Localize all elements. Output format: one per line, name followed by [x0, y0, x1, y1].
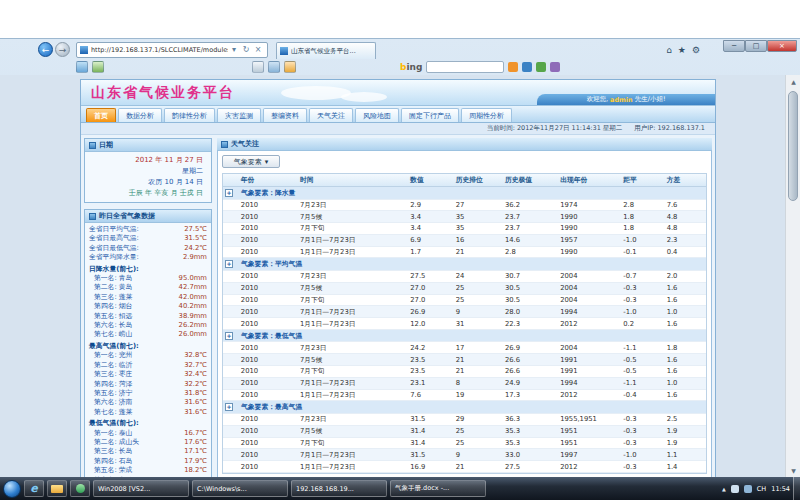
- start-button[interactable]: [3, 480, 21, 498]
- expand-icon[interactable]: +: [225, 403, 233, 411]
- cell: 35: [452, 224, 501, 232]
- ie-taskbar-icon[interactable]: e: [24, 480, 44, 497]
- table-group-header[interactable]: +气象要素：最高气温: [223, 401, 706, 414]
- cell: 2004: [556, 284, 619, 292]
- cell: 2010: [237, 344, 296, 352]
- cell: 27.5: [406, 272, 451, 280]
- table-row[interactable]: 20107月23日27.52430.72004-0.72.0: [223, 271, 706, 283]
- table-row[interactable]: 20107月5候27.02530.52004-0.31.6: [223, 283, 706, 295]
- table-row[interactable]: 20107月5候31.42535.31951-0.31.9: [223, 426, 706, 438]
- taskbar-button-1[interactable]: Win2008 [VS2...: [93, 480, 189, 497]
- cell: 27.0: [406, 284, 451, 292]
- cell: -0.3: [619, 463, 662, 471]
- refresh-icon[interactable]: ↻: [240, 45, 252, 54]
- expand-icon[interactable]: +: [225, 189, 233, 197]
- msn-toolbar-icon-4[interactable]: [550, 62, 560, 72]
- nav-tab-7[interactable]: 风险地图: [355, 108, 399, 122]
- browser-tab[interactable]: 山东省气候业务平台...: [276, 42, 376, 59]
- cell: 2010: [237, 284, 296, 292]
- msn-toolbar-icon-2[interactable]: [522, 62, 532, 72]
- language-indicator[interactable]: CH: [757, 485, 766, 493]
- tray-expand-icon[interactable]: ▲: [722, 486, 726, 492]
- station-value: 18.2℃: [184, 466, 207, 475]
- back-button[interactable]: ←: [38, 42, 53, 57]
- cell: 2004: [556, 296, 619, 304]
- close-button[interactable]: ×: [767, 40, 797, 52]
- minimize-button[interactable]: ─: [723, 40, 745, 52]
- tools-gear-icon[interactable]: ⚙: [692, 45, 700, 55]
- table-row[interactable]: 20107月1日—7月23日31.5933.01997-1.01.1: [223, 449, 706, 461]
- element-selector-button[interactable]: 气象要素 ▾: [222, 155, 280, 168]
- map-icon[interactable]: [92, 61, 104, 73]
- msn-toolbar-icon-1[interactable]: [508, 62, 518, 72]
- table-row[interactable]: 20101月1日—7月23日12.03122.320120.21.6: [223, 318, 706, 330]
- favorites-icon[interactable]: ★: [678, 45, 686, 55]
- nav-tab-1[interactable]: 首页: [86, 108, 116, 122]
- nav-tab-6[interactable]: 天气关注: [309, 108, 353, 122]
- table-row[interactable]: 20101月1日—7月23日1.7212.81990-0.10.4: [223, 247, 706, 259]
- table-row[interactable]: 20107月5候23.52126.61991-0.51.6: [223, 354, 706, 366]
- scrollbar-thumb[interactable]: [788, 91, 798, 201]
- scroll-down-icon[interactable]: ▼: [786, 464, 800, 478]
- calendar-icon: [89, 142, 96, 149]
- table-row[interactable]: 20101月1日—7月23日7.61917.32012-0.41.6: [223, 390, 706, 402]
- taskbar-clock[interactable]: 11:54: [771, 485, 790, 493]
- table-row[interactable]: 20107月下旬27.02530.52004-0.31.6: [223, 295, 706, 307]
- mail-icon[interactable]: [252, 61, 264, 73]
- table-group-header[interactable]: +气象要素：平均气温: [223, 258, 706, 271]
- cell: 2010: [237, 296, 296, 304]
- nav-tab-3[interactable]: 韵律性分析: [164, 108, 215, 122]
- cloud-decoration: [341, 92, 387, 102]
- taskbar-button-2[interactable]: C:\Windows\s...: [192, 480, 288, 497]
- forward-button[interactable]: →: [55, 42, 70, 57]
- nav-tab-2[interactable]: 数据分析: [118, 108, 162, 122]
- cell: 7月1日—7月23日: [296, 450, 406, 460]
- media-taskbar-icon[interactable]: [70, 480, 90, 497]
- page-icon[interactable]: [284, 61, 296, 73]
- table-row[interactable]: 20107月下旬31.42535.31951-0.31.9: [223, 438, 706, 450]
- expand-icon[interactable]: +: [225, 260, 233, 268]
- table-row[interactable]: 20107月1日—7月23日23.1824.91994-1.11.0: [223, 378, 706, 390]
- msn-toolbar-icon-3[interactable]: [536, 62, 546, 72]
- cell: 25: [452, 439, 501, 447]
- taskbar-button-4[interactable]: 气象手册.docx -...: [390, 480, 486, 497]
- picture-icon[interactable]: [76, 61, 88, 73]
- print-icon[interactable]: [268, 61, 280, 73]
- explorer-taskbar-icon[interactable]: [47, 480, 67, 497]
- column-header: 年份: [237, 175, 296, 185]
- table-row[interactable]: 20107月23日24.21726.92004-1.11.8: [223, 342, 706, 354]
- network-icon[interactable]: [731, 485, 739, 493]
- show-desktop-button[interactable]: [793, 477, 800, 500]
- taskbar-button-3[interactable]: 192.168.168.19...: [291, 480, 387, 497]
- table-row[interactable]: 20107月1日—7月23日26.9928.01994-1.01.0: [223, 306, 706, 318]
- maximize-button[interactable]: □: [745, 40, 767, 52]
- nav-tab-9[interactable]: 周期性分析: [461, 108, 512, 122]
- table-row[interactable]: 20107月5候3.43523.719901.84.8: [223, 211, 706, 223]
- address-dropdown-icon[interactable]: ▾: [228, 45, 240, 54]
- home-icon[interactable]: ⌂: [666, 45, 672, 55]
- table-row[interactable]: 20107月1日—7月23日6.91614.61957-1.02.3: [223, 235, 706, 247]
- table-row[interactable]: 20107月下旬23.52126.61991-0.51.6: [223, 366, 706, 378]
- station-name: 成山头: [119, 438, 139, 447]
- cell: 1.9: [663, 427, 706, 435]
- cell: 2004: [556, 272, 619, 280]
- address-bar[interactable]: http://192.168.137.1/SLCCLIMATE/modules/…: [76, 42, 268, 58]
- table-group-header[interactable]: +气象要素：最低气温: [223, 330, 706, 343]
- vertical-scrollbar[interactable]: ▲ ▼: [785, 75, 800, 478]
- scroll-up-icon[interactable]: ▲: [786, 75, 800, 89]
- rank-label: 第七名:: [94, 330, 117, 339]
- table-row[interactable]: 20101月1日—7月23日16.92127.52012-0.31.4: [223, 461, 706, 473]
- nav-tab-5[interactable]: 整编资料: [263, 108, 307, 122]
- nav-tab-4[interactable]: 灾害监测: [217, 108, 261, 122]
- expand-icon[interactable]: +: [225, 332, 233, 340]
- table-group-header[interactable]: +气象要素：降水量: [223, 187, 706, 200]
- table-row[interactable]: 20107月23日31.52936.31955,1951-0.32.5: [223, 414, 706, 426]
- cell: 1.6: [663, 367, 706, 375]
- volume-icon[interactable]: [744, 485, 752, 493]
- table-row[interactable]: 20107月下旬3.43523.719901.84.8: [223, 223, 706, 235]
- nav-tab-8[interactable]: 固定下行产品: [401, 108, 459, 122]
- column-header: 出现年份: [556, 175, 619, 185]
- stop-icon[interactable]: ×: [252, 45, 264, 54]
- bing-search-input[interactable]: [426, 61, 504, 73]
- table-row[interactable]: 20107月23日2.92736.219742.87.6: [223, 200, 706, 212]
